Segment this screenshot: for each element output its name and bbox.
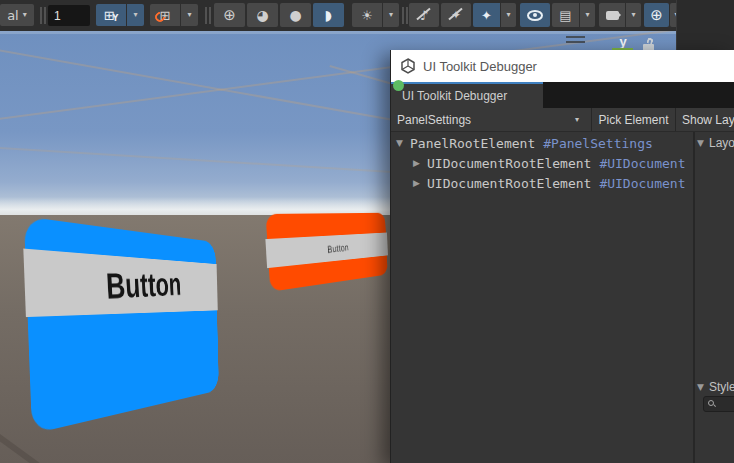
effects-muted-icon: ✦ (451, 9, 461, 21)
pivot-orientation-label: al (7, 9, 19, 22)
foldout-expanded-icon[interactable]: ▼ (396, 138, 410, 148)
unity-editor: al ▾ 1 ⊞Y ▾ ⊞ ▾ ⊕ ◕ ● ◗ (0, 0, 734, 463)
gizmo-sphere-icon: ⊕ (650, 8, 663, 23)
tab-bar: UI Toolkit Debugger (391, 82, 734, 108)
foldout-collapsed-icon[interactable]: ▶ (413, 158, 427, 168)
show-layout-label: Show Layout (682, 113, 734, 127)
gizmos-button[interactable]: ⊕ (644, 3, 669, 27)
element-name: UIDocumentRootElement (427, 156, 591, 171)
shaded-sphere-icon: ● (289, 8, 301, 22)
live-indicator-dot (393, 80, 404, 91)
window-title: UI Toolkit Debugger (423, 59, 537, 74)
chevron-down-icon: ▾ (506, 11, 510, 19)
audio-muted-icon: ♪ (420, 9, 428, 22)
tree-row[interactable]: ▶ UIDocumentRootElement #UIDocument (391, 153, 685, 173)
world-button-secondary-band: Button (265, 233, 388, 269)
eye-icon (527, 10, 543, 21)
pick-element-button[interactable]: Pick Element (592, 108, 675, 131)
search-icon (708, 400, 714, 406)
world-button-primary-band: Button (23, 249, 217, 318)
world-button-secondary-label: Button (318, 241, 349, 255)
camera-settings-button[interactable] (599, 3, 625, 27)
chevron-down-icon: ▾ (133, 11, 137, 19)
axis-y-label[interactable]: y (612, 34, 634, 49)
snap-increment-value: 1 (54, 9, 61, 23)
scene-light-button[interactable]: ☀ (352, 3, 382, 27)
draw-mode-shaded-wireframe-button[interactable]: ◕ (247, 3, 278, 27)
grid-axis-label: Y (113, 15, 119, 23)
camera-icon (606, 11, 619, 20)
editor-background-strip (676, 0, 734, 50)
panel-select-value: PanelSettings (397, 113, 471, 127)
chevron-down-icon: ▾ (575, 115, 579, 124)
world-button-primary-label: Button (88, 265, 183, 308)
toolbar-separator (205, 7, 211, 24)
audio-mute-button[interactable]: ♪ (409, 3, 439, 27)
ui-toolkit-debugger-window: UI Toolkit Debugger UI Toolkit Debugger … (390, 50, 734, 463)
scene-light-dropdown[interactable]: ▾ (383, 3, 399, 27)
foldout-expanded-icon[interactable]: ▼ (697, 382, 709, 392)
pivot-orientation-button[interactable]: al ▾ (0, 4, 34, 26)
toolbar-separator (40, 7, 46, 24)
debugger-toolbar: PanelSettings ▾ Pick Element Show Layout (391, 108, 734, 132)
snap-options-dropdown[interactable]: ▾ (181, 4, 198, 26)
element-name: PanelRootElement (410, 136, 535, 151)
snap-toggle-button[interactable]: ⊞ (150, 4, 180, 26)
flare-icon: ☀ (361, 9, 373, 22)
window-title-bar[interactable]: UI Toolkit Debugger (391, 50, 734, 82)
draw-mode-lighting-button[interactable]: ◗ (313, 3, 344, 27)
panel-select-dropdown[interactable]: PanelSettings ▾ (391, 108, 591, 131)
overlay-menu-handle[interactable] (566, 36, 585, 44)
section-styles-label: Styles (709, 380, 734, 394)
effects-mute-button[interactable]: ✦ (441, 3, 471, 27)
shaded-wireframe-icon: ◕ (256, 8, 268, 22)
section-layout-label: Layout (709, 136, 734, 150)
chevron-down-icon: ▾ (631, 11, 635, 19)
grid-visibility-button[interactable]: ⊞Y (96, 4, 126, 26)
chevron-down-icon: ▾ (23, 11, 27, 19)
element-id: #UIDocument (599, 176, 685, 191)
snap-increment-field[interactable]: 1 (48, 5, 90, 26)
wireframe-sphere-icon: ⊕ (223, 8, 236, 23)
chevron-down-icon: ▾ (585, 11, 589, 19)
styles-search-input[interactable] (703, 396, 734, 412)
section-styles[interactable]: ▼ Styles (697, 378, 734, 396)
layers-button[interactable]: ▤ (552, 3, 579, 27)
scene-focus-edge (0, 31, 676, 34)
draw-mode-wireframe-button[interactable]: ⊕ (214, 3, 245, 27)
tree-row[interactable]: ▼ PanelRootElement #PanelSettings (391, 133, 653, 153)
tab-ui-toolkit-debugger[interactable]: UI Toolkit Debugger (391, 82, 543, 108)
element-name: UIDocumentRootElement (427, 176, 591, 191)
foldout-collapsed-icon[interactable]: ▶ (413, 178, 427, 188)
tab-label: UI Toolkit Debugger (402, 89, 507, 103)
scene-effects-button[interactable]: ✦ (473, 3, 500, 27)
unity-cube-icon (400, 58, 416, 74)
chevron-down-icon: ▾ (187, 11, 191, 19)
element-id: #UIDocument (599, 156, 685, 171)
camera-settings-dropdown[interactable]: ▾ (626, 3, 641, 27)
grid-options-dropdown[interactable]: ▾ (127, 4, 144, 26)
show-layout-button[interactable]: Show Layout (676, 108, 734, 131)
layers-stack-icon: ▤ (559, 9, 571, 22)
foldout-expanded-icon[interactable]: ▼ (697, 138, 709, 148)
section-layout[interactable]: ▼ Layout (697, 134, 734, 152)
debugger-content: ▼ PanelRootElement #PanelSettings ▶ UIDo… (391, 132, 734, 463)
layers-dropdown[interactable]: ▾ (580, 3, 595, 27)
fx-layers-icon: ✦ (481, 9, 492, 22)
element-hierarchy-tree: ▼ PanelRootElement #PanelSettings ▶ UIDo… (391, 132, 693, 463)
element-id: #PanelSettings (543, 136, 653, 151)
chevron-down-icon: ▾ (389, 11, 393, 19)
crescent-icon: ◗ (325, 8, 332, 22)
inspector-pane: ▼ Layout ▼ Styles (695, 132, 734, 463)
scene-effects-dropdown[interactable]: ▾ (501, 3, 516, 27)
draw-mode-shaded-button[interactable]: ● (280, 3, 311, 27)
toolbar-separator (402, 7, 408, 24)
tree-row[interactable]: ▶ UIDocumentRootElement #UIDocument (391, 173, 685, 193)
pick-element-label: Pick Element (598, 113, 668, 127)
scene-toolbar: al ▾ 1 ⊞Y ▾ ⊞ ▾ ⊕ ◕ ● ◗ (0, 0, 734, 31)
scene-visibility-button[interactable] (520, 3, 550, 27)
